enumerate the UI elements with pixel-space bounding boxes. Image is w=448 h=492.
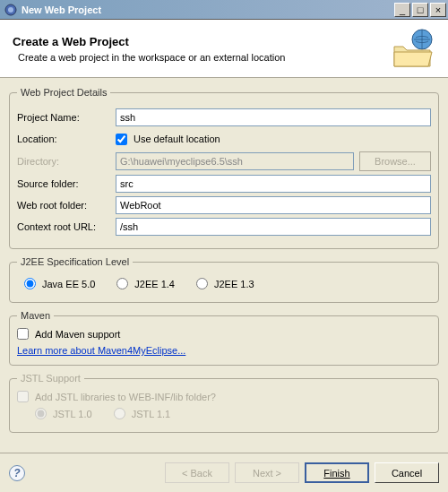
wizard-icon xyxy=(4,3,18,17)
use-default-location-text: Use default location xyxy=(134,134,220,144)
radio-j2ee-14-input[interactable] xyxy=(116,278,128,289)
add-jstl-checkbox: Add JSTL libraries to WEB-INF/lib folder… xyxy=(17,391,216,402)
project-name-input[interactable] xyxy=(116,108,431,126)
use-default-location-input[interactable] xyxy=(116,134,127,145)
add-jstl-input xyxy=(17,391,29,402)
page-title: Create a Web Project xyxy=(13,35,391,48)
radio-j2ee-13[interactable]: J2EE 1.3 xyxy=(196,278,254,289)
learn-more-link[interactable]: Learn more about Maven4MyEclipse... xyxy=(17,345,185,356)
directory-label: Directory: xyxy=(17,156,116,167)
radio-java-ee-5-label: Java EE 5.0 xyxy=(42,279,95,289)
add-jstl-label: Add JSTL libraries to WEB-INF/lib folder… xyxy=(35,392,216,402)
radio-java-ee-5[interactable]: Java EE 5.0 xyxy=(24,278,95,289)
radio-j2ee-14-label: J2EE 1.4 xyxy=(134,279,175,289)
jstl-legend: JSTL Support xyxy=(17,373,84,384)
radio-java-ee-5-input[interactable] xyxy=(24,278,36,289)
finish-button[interactable]: Finish xyxy=(305,462,369,483)
web-project-details: Web Project Details Project Name: Locati… xyxy=(9,87,439,249)
radio-jstl-10: JSTL 1.0 xyxy=(35,408,92,419)
maven-group: Maven Add Maven support Learn more about… xyxy=(9,310,439,366)
back-button: < Back xyxy=(165,462,229,483)
location-label: Location: xyxy=(17,134,116,144)
maximize-button[interactable]: □ xyxy=(412,3,428,17)
folder-globe-icon xyxy=(391,29,435,68)
radio-j2ee-13-label: J2EE 1.3 xyxy=(214,279,254,289)
context-root-label: Context root URL: xyxy=(17,221,116,232)
maven-legend: Maven xyxy=(17,310,54,321)
project-name-label: Project Name: xyxy=(17,112,116,123)
radio-jstl-10-input xyxy=(35,408,47,419)
add-maven-support-label: Add Maven support xyxy=(35,329,120,340)
j2ee-spec-level: J2EE Specification Level Java EE 5.0 J2E… xyxy=(9,256,439,303)
help-icon[interactable]: ? xyxy=(9,465,25,481)
use-default-location-checkbox[interactable]: Use default location xyxy=(116,134,220,145)
jstl-group: JSTL Support Add JSTL libraries to WEB-I… xyxy=(9,373,439,433)
add-maven-support-checkbox[interactable]: Add Maven support xyxy=(17,328,120,340)
titlebar: New Web Project _ □ × xyxy=(0,0,448,20)
context-root-input[interactable] xyxy=(116,218,431,236)
cancel-button[interactable]: Cancel xyxy=(375,462,439,483)
radio-jstl-10-label: JSTL 1.0 xyxy=(53,409,92,419)
browse-button: Browse... xyxy=(359,151,431,171)
radio-jstl-11-input xyxy=(114,408,125,419)
source-folder-input[interactable] xyxy=(116,175,431,193)
next-button: Next > xyxy=(235,462,299,483)
window-title: New Web Project xyxy=(22,4,394,15)
close-button[interactable]: × xyxy=(430,3,446,17)
web-root-label: Web root folder: xyxy=(17,200,116,211)
banner: Create a Web Project Create a web projec… xyxy=(0,20,448,78)
page-subtitle: Create a web project in the workspace or… xyxy=(18,52,391,63)
minimize-button[interactable]: _ xyxy=(394,3,410,17)
window-controls: _ □ × xyxy=(394,3,446,17)
add-maven-support-input[interactable] xyxy=(17,328,29,340)
radio-jstl-11-label: JSTL 1.1 xyxy=(132,409,171,419)
source-folder-label: Source folder: xyxy=(17,178,116,189)
details-legend: Web Project Details xyxy=(17,87,110,98)
radio-j2ee-13-input[interactable] xyxy=(196,278,208,289)
radio-j2ee-14[interactable]: J2EE 1.4 xyxy=(116,278,175,289)
web-root-input[interactable] xyxy=(116,196,431,214)
directory-input xyxy=(116,152,354,170)
button-bar: ? < Back Next > Finish Cancel xyxy=(0,453,448,492)
radio-jstl-11: JSTL 1.1 xyxy=(114,408,171,419)
j2ee-legend: J2EE Specification Level xyxy=(17,256,133,267)
